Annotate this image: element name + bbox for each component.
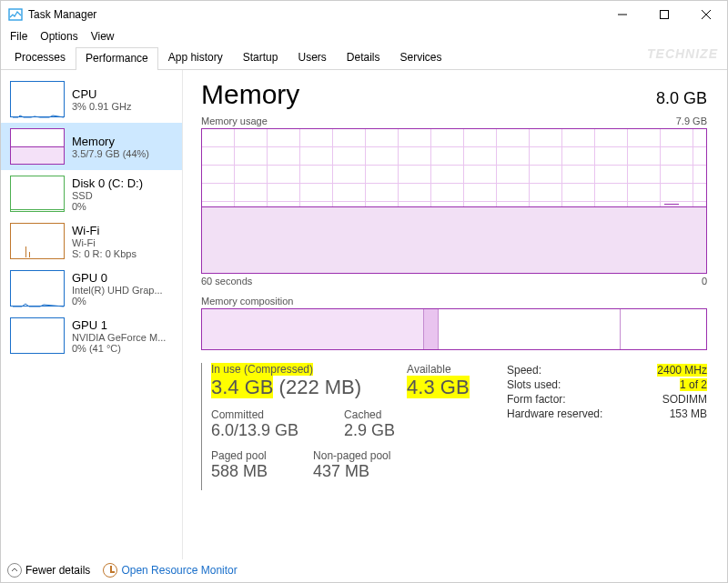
tab-services[interactable]: Services [390,46,452,69]
resource-monitor-icon [103,563,117,578]
sidebar-cpu-name: CPU [72,87,131,101]
sidebar-memory-name: Memory [72,135,149,148]
inuse-compressed: (222 MB) [279,376,361,398]
sidebar-wifi-sub2: S: 0 R: 0 Kbps [72,248,136,259]
minimize-button[interactable] [602,1,643,28]
open-resource-monitor-link[interactable]: Open Resource Monitor [103,563,237,578]
tab-startup[interactable]: Startup [233,46,288,69]
memory-total: 8.0 GB [656,89,707,108]
cpu-sparkline [10,81,65,117]
nonpaged-value: 437 MB [313,462,390,481]
tab-details[interactable]: Details [337,46,390,69]
app-icon [8,7,23,22]
hwres-value: 153 MB [670,407,707,420]
maximize-button[interactable] [643,1,685,28]
memory-sparkline [10,128,65,165]
inuse-label: In use (Compressed) [211,363,313,376]
footer: Fewer details Open Resource Monitor [7,563,238,578]
gpu0-sparkline [10,270,65,307]
tab-processes[interactable]: Processes [5,46,76,69]
sidebar-item-wifi[interactable]: Wi-Fi Wi-Fi S: 0 R: 0 Kbps [1,217,182,265]
cached-label: Cached [344,408,395,421]
gpu1-sparkline [10,317,65,354]
committed-label: Committed [211,408,298,421]
svg-rect-2 [661,11,669,19]
detail-pane: Memory 8.0 GB Memory usage 7.9 GB 60 sec… [183,70,727,559]
memory-composition-chart [201,308,707,350]
sidebar-gpu0-sub1: Intel(R) UHD Grap... [72,285,163,296]
watermark: TECHNIZE [647,46,727,69]
fewer-details-button[interactable]: Fewer details [7,563,90,578]
sidebar-cpu-sub: 3% 0.91 GHz [72,101,131,112]
available-label: Available [407,363,469,376]
tab-users[interactable]: Users [288,46,336,69]
form-value: SODIMM [662,393,707,406]
menu-file[interactable]: File [10,30,27,43]
nonpaged-label: Non-paged pool [313,449,390,462]
composition-label: Memory composition [201,296,293,307]
close-button[interactable] [685,1,727,28]
paged-value: 588 MB [211,462,268,481]
tab-app-history[interactable]: App history [158,46,233,69]
sidebar-item-gpu0[interactable]: GPU 0 Intel(R) UHD Grap... 0% [1,265,182,312]
speed-value: 2400 MHz [657,364,707,377]
sidebar-item-disk0[interactable]: Disk 0 (C: D:) SSD 0% [1,170,182,217]
slots-value: 1 of 2 [680,378,707,391]
menu-options[interactable]: Options [40,30,77,43]
paged-label: Paged pool [211,449,268,462]
disk-sparkline [10,176,65,212]
menu-view[interactable]: View [91,30,115,43]
sidebar-item-memory[interactable]: Memory 3.5/7.9 GB (44%) [1,123,182,170]
sidebar-wifi-sub1: Wi-Fi [72,237,136,248]
usage-chart-label: Memory usage [201,116,268,126]
committed-value: 6.0/13.9 GB [211,421,298,440]
hwres-key: Hardware reserved: [507,407,602,420]
axis-right: 0 [702,276,707,286]
sidebar-gpu1-name: GPU 1 [72,318,166,332]
sidebar-gpu0-name: GPU 0 [72,271,163,285]
sidebar-item-gpu1[interactable]: GPU 1 NVIDIA GeForce M... 0% (41 °C) [1,312,182,359]
title-bar: Task Manager [1,1,727,28]
resource-monitor-label: Open Resource Monitor [121,564,237,577]
sidebar-memory-sub: 3.5/7.9 GB (44%) [72,148,149,159]
sidebar-gpu0-sub2: 0% [72,296,163,307]
performance-sidebar: CPU 3% 0.91 GHz Memory 3.5/7.9 GB (44%) … [1,70,183,559]
usage-chart-max: 7.9 GB [676,116,707,126]
sidebar-disk-name: Disk 0 (C: D:) [72,176,143,190]
chevron-up-icon [7,563,22,578]
sidebar-disk-sub1: SSD [72,190,143,201]
axis-left: 60 seconds [201,276,252,286]
menu-bar: File Options View [1,28,727,46]
fewer-details-label: Fewer details [25,564,90,577]
memory-usage-chart [201,128,707,274]
sidebar-gpu1-sub2: 0% (41 °C) [72,343,166,354]
inuse-value: 3.4 GB [211,376,273,398]
form-key: Form factor: [507,393,566,406]
cached-value: 2.9 GB [344,421,395,440]
slots-key: Slots used: [507,378,561,391]
sidebar-disk-sub2: 0% [72,201,143,212]
tab-performance[interactable]: Performance [76,47,158,70]
window-title: Task Manager [28,8,96,21]
tab-strip: Processes Performance App history Startu… [1,46,727,70]
wifi-sparkline [10,223,65,259]
sidebar-item-cpu[interactable]: CPU 3% 0.91 GHz [1,75,182,123]
sidebar-wifi-name: Wi-Fi [72,224,136,237]
detail-title: Memory [201,79,299,110]
available-value: 4.3 GB [407,376,469,398]
speed-key: Speed: [507,364,541,377]
sidebar-gpu1-sub1: NVIDIA GeForce M... [72,332,166,343]
